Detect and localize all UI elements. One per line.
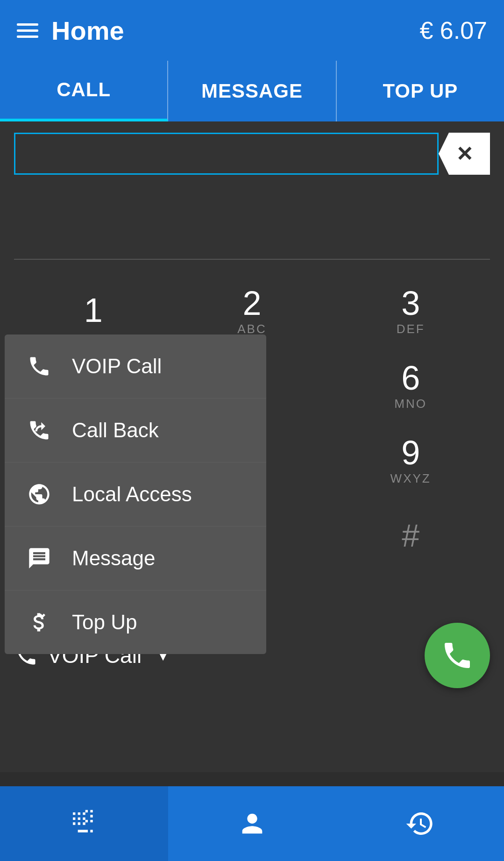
dial-key-hash[interactable]: # [331, 498, 490, 573]
message-label: Message [72, 547, 156, 570]
call-button[interactable] [425, 623, 490, 688]
header-left: Home [17, 15, 124, 46]
balance-display: € 6.07 [419, 16, 487, 44]
nav-dialpad[interactable] [0, 786, 168, 861]
voip-call-label: VOIP Call [72, 355, 162, 378]
nav-recents[interactable] [336, 786, 504, 861]
tab-topup[interactable]: TOP UP [337, 61, 504, 121]
tab-bar: CALL MESSAGE TOP UP [0, 61, 504, 121]
chat-icon [25, 544, 53, 572]
app-header: Home € 6.07 [0, 0, 504, 61]
tab-call[interactable]: CALL [0, 61, 168, 121]
topup-icon [25, 608, 53, 636]
dial-key-3[interactable]: 3 DEF [331, 274, 490, 349]
dropdown-item-voip-call[interactable]: VOIP Call [5, 334, 266, 398]
dropdown-item-call-back[interactable]: Call Back [5, 398, 266, 463]
top-up-label: Top Up [72, 611, 137, 634]
dropdown-item-top-up[interactable]: Top Up [5, 591, 266, 654]
dialpad-section: ✕ 1 2 ABC 3 DEF 4 GHI [0, 121, 504, 772]
call-back-label: Call Back [72, 419, 159, 442]
dial-key-9[interactable]: 9 WXYZ [331, 423, 490, 498]
empty-area [0, 175, 504, 259]
tab-message[interactable]: MESSAGE [168, 61, 336, 121]
call-options-dropdown: VOIP Call Call Back Local Access [5, 334, 266, 654]
dial-key-6[interactable]: 6 MNO [331, 349, 490, 423]
input-row: ✕ [0, 121, 504, 175]
backspace-icon: ✕ [456, 142, 473, 166]
dialpad-area: 1 2 ABC 3 DEF 4 GHI 5 JKL 6 MNO [0, 260, 504, 587]
backspace-button[interactable]: ✕ [439, 133, 490, 175]
local-access-label: Local Access [72, 483, 192, 506]
menu-icon[interactable] [17, 23, 38, 38]
bottom-nav [0, 786, 504, 861]
dropdown-item-message[interactable]: Message [5, 527, 266, 591]
phone-icon [25, 352, 53, 380]
nav-contacts[interactable] [168, 786, 336, 861]
callback-icon [25, 416, 53, 444]
phone-input-box[interactable] [14, 133, 439, 175]
dropdown-item-local-access[interactable]: Local Access [5, 463, 266, 527]
globe-icon [25, 480, 53, 508]
app-title: Home [51, 15, 124, 46]
